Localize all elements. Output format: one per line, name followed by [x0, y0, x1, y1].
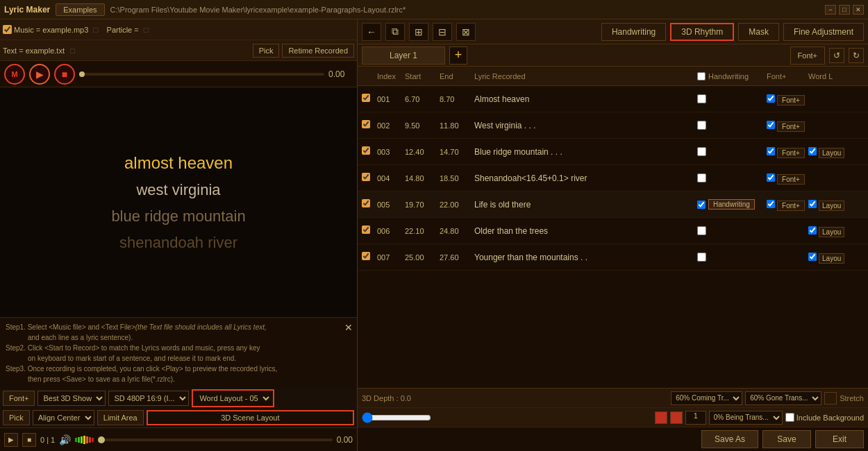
row-007-checkbox[interactable] [362, 252, 370, 260]
row-002-checkbox[interactable] [362, 120, 370, 128]
row-006-checkbox[interactable] [362, 226, 370, 234]
transport-slider[interactable] [79, 73, 324, 76]
include-bg-checkbox[interactable] [785, 413, 794, 422]
transport-time: 0.00 [328, 69, 353, 79]
col-end-header: End [440, 72, 474, 80]
right-toolbar: ← ⧉ ⊞ ⊟ ⊠ Handwriting 3D Rhythm Mask Fin… [358, 19, 868, 44]
row-003-font-checkbox[interactable] [767, 147, 775, 155]
being-trans-dropdown[interactable]: 0% Being Trans... [709, 411, 783, 425]
music-checkbox[interactable] [3, 25, 12, 34]
tab-3d-rhythm[interactable]: 3D Rhythm [670, 23, 734, 41]
music-row: Music = example.mp3 □ Particle = □ [0, 19, 357, 40]
save-as-button[interactable]: Save As [701, 430, 758, 448]
row-001-hand-checkbox[interactable] [697, 94, 706, 103]
preview-area: almost heaven west virginia blue ridge m… [0, 87, 357, 317]
m-button[interactable]: M [4, 64, 25, 85]
playback-slider[interactable] [98, 439, 332, 441]
counter-display: 0 | 1 [40, 436, 55, 444]
grid-remove-btn[interactable]: ⊟ [433, 23, 452, 41]
stop-small-btn[interactable]: ■ [22, 433, 36, 447]
row-006-hand-checkbox[interactable] [697, 226, 706, 235]
row-001-checkbox[interactable] [362, 94, 370, 102]
row-004-hand-checkbox[interactable] [697, 173, 706, 182]
row-005-hand-checkbox[interactable] [697, 201, 706, 209]
pick-btn-2[interactable]: Pick [3, 410, 30, 425]
lyric-table: Index Start End Lyric Recorded Handwriti… [358, 67, 868, 388]
col-hand-header: Handwriting [697, 72, 767, 80]
color-swatch-red[interactable] [655, 411, 667, 424]
row-004-checkbox[interactable] [362, 173, 370, 181]
row-007-hand-checkbox[interactable] [697, 253, 706, 262]
limit-area-btn[interactable]: Limit Area [97, 410, 144, 425]
minimize-button[interactable]: − [825, 5, 836, 15]
row-003-checkbox[interactable] [362, 146, 370, 155]
layer-font-plus-btn[interactable]: Font+ [790, 46, 825, 65]
being-trans-group: 1 0% Being Trans... Include Background [655, 411, 864, 425]
info-step2b: on keyboard to mark start of a sentence,… [6, 353, 351, 364]
color-swatch-red2[interactable] [670, 411, 683, 424]
row-002-font-checkbox[interactable] [767, 121, 775, 129]
lyric-line-3: blue ridge mountain [0, 207, 357, 226]
row-006-word-checkbox[interactable] [808, 226, 817, 235]
examples-button[interactable]: Examples [56, 3, 104, 16]
align-dropdown[interactable]: Align Center [33, 410, 94, 425]
app-title: Lyric Maker [4, 5, 50, 15]
settings-row-2: 1 0% Being Trans... Include Background [358, 408, 868, 427]
coming-trans-dropdown[interactable]: 60% Coming Tr... [671, 391, 742, 405]
col-word-header: Word L [808, 72, 864, 80]
row-003-word-checkbox[interactable] [808, 147, 817, 155]
tab-handwriting[interactable]: Handwriting [601, 23, 666, 41]
undo-nav-btn[interactable]: ← [362, 23, 381, 41]
tab-fine-adjustment[interactable]: Fine Adjustment [783, 23, 864, 41]
row-007-word-checkbox[interactable] [808, 253, 817, 261]
layer-bar: Layer 1 + Font+ ↺ ↻ [358, 44, 868, 67]
undo-btn[interactable]: ↺ [829, 48, 844, 63]
info-close-button[interactable]: ✕ [344, 321, 353, 335]
word-layout-container: Word Layout - 05 [192, 389, 274, 407]
preset2-dropdown[interactable]: SD 480P 16:9 (I... [108, 391, 189, 406]
maximize-button[interactable]: □ [839, 5, 850, 15]
level-meter [75, 436, 94, 444]
redo-btn[interactable]: ↻ [849, 48, 864, 63]
right-panel: ← ⧉ ⊞ ⊟ ⊠ Handwriting 3D Rhythm Mask Fin… [358, 19, 868, 451]
play-small-btn[interactable]: ▶ [4, 433, 18, 447]
table-header: Index Start End Lyric Recorded Handwriti… [358, 67, 868, 86]
font-plus-btn[interactable]: Font+ [3, 391, 35, 406]
close-button[interactable]: ✕ [853, 5, 864, 15]
row-004-font-checkbox[interactable] [767, 173, 775, 182]
scene-layout-btn[interactable]: 3D Scene Layout [147, 410, 354, 425]
row-005-font-checkbox[interactable] [767, 200, 775, 208]
exit-button[interactable]: Exit [815, 430, 864, 448]
hand-all-checkbox[interactable] [697, 72, 706, 80]
stop-button[interactable]: ■ [54, 64, 75, 85]
word-layout-dropdown[interactable]: Word Layout - 05 [194, 391, 272, 406]
row-003-hand-checkbox[interactable] [697, 147, 706, 156]
add-layer-btn[interactable]: + [449, 46, 467, 65]
pick-button[interactable]: Pick [253, 44, 280, 58]
play-button[interactable]: ▶ [29, 64, 50, 85]
bottom-row-1: Font+ Best 3D Show SD 480P 16:9 (I... Wo… [0, 389, 357, 408]
row-005-word-checkbox[interactable] [808, 200, 817, 208]
gone-trans-dropdown[interactable]: 60% Gone Trans... [745, 391, 821, 405]
volume-icon[interactable]: 🔊 [59, 434, 71, 445]
info-step2: Step2. Click <Start to Record> to match … [6, 343, 351, 353]
table-row: 005 19.70 22.00 Life is old there Handwr… [358, 192, 868, 218]
tab-mask[interactable]: Mask [738, 23, 779, 41]
row-001-font-checkbox[interactable] [767, 94, 775, 103]
row-002-hand-checkbox[interactable] [697, 121, 706, 130]
table-row: 006 22.10 24.80 Older than the trees Lay… [358, 218, 868, 244]
info-step3b: then press <Save> to save as a lyric fil… [6, 374, 351, 384]
close-grid-btn[interactable]: ⊠ [456, 23, 476, 41]
preset1-dropdown[interactable]: Best 3D Show [37, 391, 106, 406]
color-swatch-dark[interactable] [824, 392, 837, 405]
depth-slider[interactable] [362, 412, 431, 423]
grid-add-btn[interactable]: ⊞ [409, 23, 428, 41]
handwriting-badge: Handwriting [708, 199, 755, 210]
retime-button[interactable]: Retime Recorded [282, 44, 354, 58]
table-row: 002 9.50 11.80 West virginia . . . Font+ [358, 112, 868, 139]
bookmark-btn[interactable]: ⧉ [385, 23, 405, 41]
save-button[interactable]: Save [762, 430, 811, 448]
table-row: 003 12.40 14.70 Blue ridge mountain . . … [358, 139, 868, 165]
window-controls: − □ ✕ [825, 5, 864, 15]
row-005-checkbox[interactable] [362, 199, 370, 207]
